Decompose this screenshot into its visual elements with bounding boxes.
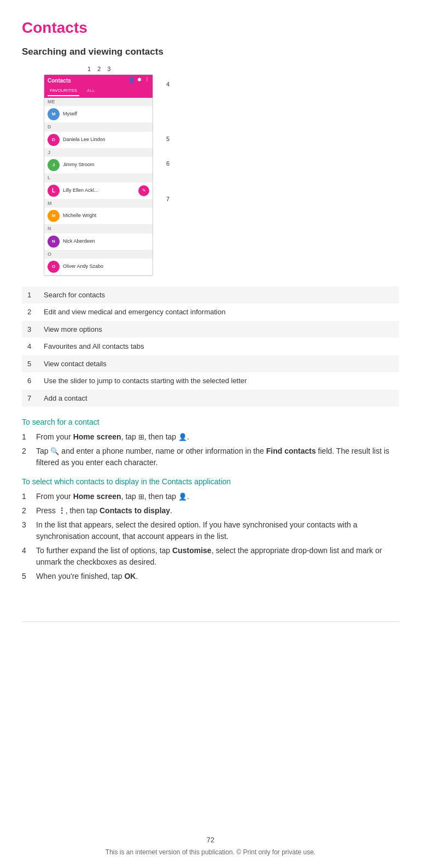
phone-avatar-daniela: D (48, 134, 60, 146)
phone-avatar-lilly: L (48, 185, 60, 197)
homescreen-bold: Home screen (73, 432, 121, 441)
contacts-icon: 👤 (178, 433, 187, 441)
display-steps: 1 From your Home screen, tap ⊞, then tap… (22, 491, 399, 582)
phone-section-me: ME (44, 98, 153, 107)
phone-name-lilly: Lilly Ellen Ackl... (63, 187, 135, 195)
table-row: 3 View more options (22, 321, 399, 338)
table-cell-desc: View more options (38, 321, 399, 338)
display-subheading: To select which contacts to display in t… (22, 476, 399, 488)
phone-top-bar: Contacts 👤 ✱ ⋮ (44, 75, 153, 86)
search-step-2: 2 Tap 🔍 and enter a phone number, name o… (22, 445, 399, 468)
phone-contact-jimmy: J Jimmy Stroom (44, 157, 153, 174)
phone-contact-lilly: L Lilly Ellen Ackl... ✎ (44, 183, 153, 200)
display-step-5: 5 When you're finished, tap OK. (22, 571, 399, 582)
phone-contact-oliver: O Oliver Andy Szabo (44, 259, 153, 275)
table-cell-desc: Search for contacts (38, 286, 399, 304)
customise-bold: Customise (172, 546, 212, 555)
phone-section-l: L (44, 174, 153, 183)
top-callout-numbers: 1 2 3 (87, 64, 110, 74)
step-text: When you're finished, tap OK. (36, 571, 399, 582)
step-text: In the list that appears, select the des… (36, 519, 399, 542)
phone-avatar-oliver: O (48, 261, 60, 273)
step-num: 5 (22, 571, 31, 582)
footer-text: This is an internet version of this publ… (0, 847, 421, 857)
phone-name-daniela: Daniela Lee Lindon (63, 136, 149, 144)
phone-contact-myself: M Myself (44, 106, 153, 123)
table-cell-desc: Add a contact (38, 390, 399, 407)
phone-icon-star: ✱ (137, 77, 142, 84)
phone-section-o: O (44, 250, 153, 259)
step-num: 2 (22, 505, 31, 517)
footer-divider (22, 621, 399, 622)
more-icon: ⋮ (58, 506, 66, 515)
phone-screen: Contacts 👤 ✱ ⋮ FAVOURITES ALL ME M Mysel… (44, 74, 153, 277)
phone-section-m: M (44, 200, 153, 208)
table-cell-desc: View contact details (38, 355, 399, 373)
phone-avatar-jimmy: J (48, 159, 60, 171)
table-cell-num: 3 (22, 321, 38, 338)
phone-section-d: D (44, 123, 153, 132)
display-step-4: 4 To further expand the list of options,… (22, 545, 399, 568)
step-num: 3 (22, 519, 31, 542)
phone-top-icons: 👤 ✱ ⋮ (128, 77, 149, 84)
table-cell-num: 4 (22, 338, 38, 355)
table-cell-desc: Use the slider to jump to contacts start… (38, 372, 399, 390)
step-num: 1 (22, 431, 31, 443)
step-text: Tap 🔍 and enter a phone number, name or … (36, 445, 399, 468)
callout-7: 7 (166, 195, 169, 204)
phone-section-j: J (44, 149, 153, 157)
phone-tab-all: ALL (85, 86, 97, 96)
table-cell-num: 7 (22, 390, 38, 407)
contacts-icon: 👤 (178, 492, 187, 501)
search-subheading: To search for a contact (22, 417, 399, 428)
step-num: 1 (22, 491, 31, 502)
phone-avatar-nick: N (48, 236, 60, 248)
phone-tabs: FAVOURITES ALL (44, 86, 153, 98)
step-text: From your Home screen, tap ⊞, then tap 👤… (36, 491, 399, 502)
phone-contact-daniela: D Daniela Lee Lindon (44, 132, 153, 149)
phone-icon-person: 👤 (128, 77, 135, 84)
page-number: 72 (0, 835, 421, 846)
page-content: Contacts Searching and viewing contacts … (0, 0, 421, 621)
table-row: 4 Favourites and All contacts tabs (22, 338, 399, 355)
homescreen-bold: Home screen (73, 492, 121, 501)
contacts-to-display-bold: Contacts to display (100, 506, 170, 515)
display-step-2: 2 Press ⋮, then tap Contacts to display. (22, 505, 399, 517)
phone-name-nick: Nick Aberdeen (63, 238, 149, 245)
table-row: 1 Search for contacts (22, 286, 399, 304)
apps-icon: ⊞ (138, 433, 144, 441)
section-heading: Searching and viewing contacts (22, 45, 399, 59)
phone-name-oliver: Oliver Andy Szabo (63, 263, 149, 271)
table-cell-desc: Favourites and All contacts tabs (38, 338, 399, 355)
phone-avatar-michelle: M (48, 210, 60, 222)
step-text: Press ⋮, then tap Contacts to display. (36, 505, 399, 517)
step-text: From your Home screen, tap ⊞, then tap 👤… (36, 431, 399, 443)
search-steps: 1 From your Home screen, tap ⊞, then tap… (22, 431, 399, 468)
display-step-3: 3 In the list that appears, select the d… (22, 519, 399, 542)
step-num: 4 (22, 545, 31, 568)
table-row: 2 Edit and view medical and emergency co… (22, 303, 399, 321)
phone-avatar-myself: M (48, 108, 60, 120)
callout-5: 5 (166, 134, 169, 144)
info-table: 1 Search for contacts 2 Edit and view me… (22, 286, 399, 407)
callout-6: 6 (166, 159, 169, 168)
phone-name-myself: Myself (63, 110, 149, 118)
page-title: Contacts (22, 16, 399, 39)
search-step-1: 1 From your Home screen, tap ⊞, then tap… (22, 431, 399, 443)
page-footer: 72 This is an internet version of this p… (0, 835, 421, 858)
phone-tab-favourites: FAVOURITES (48, 86, 79, 96)
apps-icon: ⊞ (138, 492, 144, 501)
phone-contacts-label: Contacts (48, 77, 71, 85)
phone-section-n: N (44, 225, 153, 233)
display-step-1: 1 From your Home screen, tap ⊞, then tap… (22, 491, 399, 502)
phone-contact-michelle: M Michelle Wright (44, 208, 153, 225)
callout-1: 1 (87, 64, 91, 74)
table-cell-desc: Edit and view medical and emergency cont… (38, 303, 399, 321)
phone-name-jimmy: Jimmy Stroom (63, 161, 149, 169)
phone-edit-icon-lilly: ✎ (138, 185, 149, 196)
phone-contact-nick: N Nick Aberdeen (44, 233, 153, 250)
phone-body: ME M Myself D D Daniela Lee Lindon J J J… (44, 98, 153, 276)
table-row: 7 Add a contact (22, 390, 399, 407)
callout-2: 2 (97, 64, 101, 74)
table-cell-num: 5 (22, 355, 38, 373)
